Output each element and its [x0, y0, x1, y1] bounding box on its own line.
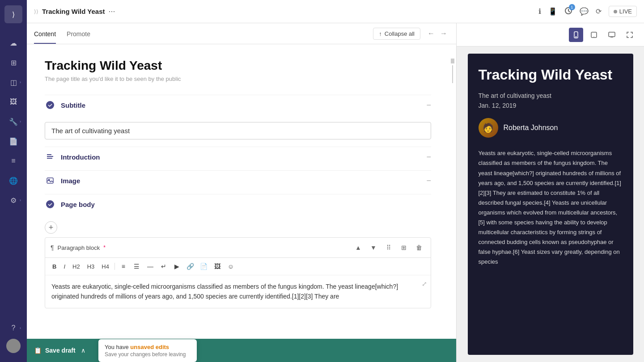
- svg-point-7: [46, 200, 54, 208]
- preview-author: 🧑 Roberta Johnson: [479, 118, 623, 138]
- editor-panel: Content Promote ↑ Collapse all ← →: [27, 23, 456, 362]
- sidebar-icon-back[interactable]: ⟩: [4, 5, 22, 23]
- subtitle-field-row: Subtitle −: [45, 95, 431, 115]
- save-chevron-icon[interactable]: ∧: [81, 347, 85, 354]
- expand-preview-button[interactable]: [623, 28, 637, 42]
- collapse-all-button[interactable]: ↑ Collapse all: [373, 28, 420, 40]
- live-indicator: [614, 10, 617, 13]
- image-collapse-icon[interactable]: −: [426, 176, 431, 185]
- h2-button[interactable]: H2: [70, 262, 83, 271]
- toolbar-sep-1: [114, 263, 115, 270]
- paragraph-text: Yeasts are eukaryotic, single-celled mic…: [51, 283, 398, 300]
- save-bar: 📋 Save draft ∧ You have unsaved edits Sa…: [27, 339, 456, 362]
- unordered-list-button[interactable]: ☰: [131, 261, 143, 272]
- block-actions: ▲ ▼ ⠿ ⊞ 🗑: [352, 241, 425, 254]
- sidebar-icon-cloud[interactable]: ☁: [4, 34, 22, 52]
- save-draft-label: Save draft: [45, 347, 76, 354]
- mobile-view-button[interactable]: [569, 28, 583, 42]
- h3-button[interactable]: H3: [85, 262, 97, 271]
- ordered-list-button[interactable]: ≡: [118, 261, 129, 272]
- media-button[interactable]: ▶: [171, 261, 183, 272]
- move-down-button[interactable]: ▼: [367, 241, 380, 254]
- svg-rect-2: [47, 154, 51, 155]
- unsaved-title: You have unsaved edits: [105, 344, 191, 350]
- live-label: LIVE: [619, 8, 632, 15]
- preview-panel: Tracking Wild Yeast The art of cultivati…: [456, 23, 644, 362]
- introduction-collapse-icon[interactable]: −: [426, 152, 431, 162]
- preview-author-avatar: 🧑: [479, 118, 498, 138]
- svg-point-1: [46, 101, 54, 109]
- sidebar-icon-tools[interactable]: 🔧›: [4, 113, 22, 130]
- breadcrumb-arrow: ⟩⟩: [34, 8, 38, 15]
- share-icon[interactable]: 1: [564, 7, 572, 17]
- tablet-view-button[interactable]: [587, 28, 601, 42]
- margin-ticks: [449, 44, 456, 339]
- collapse-arrow-icon: ↑: [379, 30, 382, 37]
- subtitle-input[interactable]: [45, 122, 431, 139]
- block-toolbar: B I H2 H3 H4 ≡ ☰ — ↵ ▶: [45, 258, 431, 275]
- mobile-preview-icon[interactable]: 📱: [548, 7, 557, 16]
- chat-icon[interactable]: 💬: [580, 7, 589, 16]
- sidebar-icon-pages[interactable]: ⊞: [4, 54, 22, 72]
- duplicate-button[interactable]: ⊞: [398, 241, 410, 254]
- unsaved-highlight: unsaved edits: [130, 344, 169, 350]
- tick-resize[interactable]: [452, 65, 453, 83]
- tab-bar: Content Promote ↑ Collapse all ← →: [27, 23, 456, 44]
- sidebar-icon-globe[interactable]: 🌐: [4, 172, 22, 189]
- add-block-button[interactable]: +: [45, 221, 57, 234]
- top-bar-right: ℹ 📱 1 💬 ⟳ LIVE: [538, 6, 637, 17]
- info-icon[interactable]: ℹ: [538, 7, 541, 16]
- block-header: ¶ Paragraph block * ▲ ▼ ⠿ ⊞ 🗑: [45, 238, 431, 258]
- history-icon[interactable]: ⟳: [596, 7, 602, 16]
- subtitle-check-icon: [45, 100, 55, 110]
- return-button[interactable]: ↵: [158, 261, 169, 272]
- live-button[interactable]: LIVE: [609, 6, 637, 17]
- block-content-area[interactable]: Yeasts are eukaryotic, single-celled mic…: [45, 275, 431, 308]
- sidebar-icon-image[interactable]: 🖼: [4, 93, 22, 111]
- tab-promote[interactable]: Promote: [67, 23, 90, 44]
- sidebar-icon-doc[interactable]: 📄: [4, 132, 22, 150]
- more-options-button[interactable]: ···: [108, 7, 115, 16]
- sidebar-icon-panels[interactable]: ◫›: [4, 73, 22, 91]
- unsaved-prefix: You have: [105, 344, 130, 350]
- tab-content[interactable]: Content: [34, 23, 56, 44]
- doc-button[interactable]: 📄: [198, 261, 210, 272]
- user-avatar[interactable]: [6, 339, 21, 353]
- delete-button[interactable]: 🗑: [413, 241, 425, 254]
- page-body-label: Page body: [61, 201, 95, 208]
- emoji-button[interactable]: ☺: [225, 261, 237, 272]
- sidebar-icon-settings[interactable]: ⚙›: [4, 191, 22, 209]
- image-icon: [45, 175, 55, 186]
- top-bar-title: Tracking Wild Yeast: [42, 8, 105, 15]
- fullscreen-icon[interactable]: ⤢: [422, 279, 427, 289]
- introduction-label: Introduction: [61, 153, 100, 161]
- preview-card: Tracking Wild Yeast The art of cultivati…: [468, 54, 633, 355]
- desktop-view-button[interactable]: [605, 28, 619, 42]
- save-draft-icon: 📋: [34, 347, 42, 354]
- tick-11: [451, 63, 454, 63]
- resize-controls: ← →: [426, 28, 449, 39]
- link-button[interactable]: 🔗: [185, 261, 196, 272]
- divider-button[interactable]: —: [144, 261, 156, 272]
- italic-button[interactable]: I: [61, 262, 68, 271]
- svg-rect-4: [47, 158, 52, 159]
- move-up-button[interactable]: ▲: [352, 241, 364, 254]
- bold-button[interactable]: B: [50, 262, 59, 271]
- page-body-check-icon: [45, 199, 55, 210]
- sidebar-icon-help[interactable]: ?›: [4, 319, 22, 337]
- editor-scroll-area: Tracking Wild Yeast The page title as yo…: [27, 44, 449, 339]
- page-body-field-row: Page body: [45, 194, 431, 214]
- subtitle-collapse-icon[interactable]: −: [426, 101, 431, 110]
- drag-handle[interactable]: ⠿: [382, 241, 395, 254]
- page-title: Tracking Wild Yeast: [45, 59, 431, 73]
- introduction-paragraph-icon: [45, 152, 55, 162]
- shrink-right-icon[interactable]: →: [438, 28, 449, 39]
- svg-rect-3: [47, 156, 53, 157]
- preview-content: Tracking Wild Yeast The art of cultivati…: [457, 46, 644, 362]
- h4-button[interactable]: H4: [99, 262, 112, 271]
- image-insert-button[interactable]: 🖼: [212, 261, 223, 272]
- shrink-left-icon[interactable]: ←: [426, 28, 436, 39]
- image-label: Image: [61, 177, 80, 185]
- image-field-row: Image −: [45, 170, 431, 190]
- sidebar-icon-list[interactable]: ≡: [4, 152, 22, 170]
